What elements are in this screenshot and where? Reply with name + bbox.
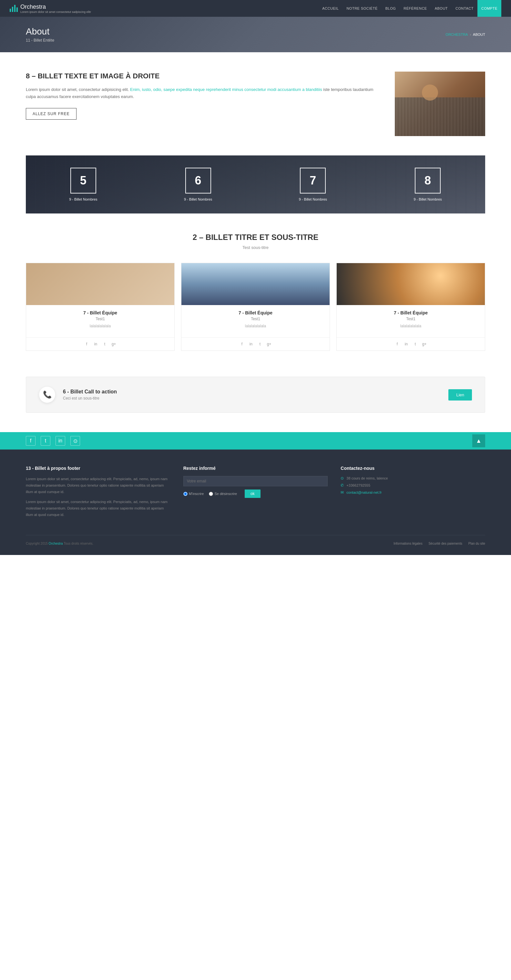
team-card-1-image [26, 263, 174, 305]
nav-compte[interactable]: COMPTE [477, 0, 501, 17]
numbers-banner: 5 9 - Billet Nombres 6 9 - Billet Nombre… [26, 156, 485, 213]
nav-links: ACCUEIL NOTRE SOCIÉTÉ BLOG RÉFÉRENCE ABO… [318, 0, 501, 17]
social-bar-linkedin-icon[interactable]: in [56, 436, 65, 445]
footer-contact-title: Contactez-nous [340, 466, 485, 471]
footer-about-text-2: Lorem ipsum dolor sit amet, consectetur … [26, 499, 171, 518]
team-3-facebook-icon[interactable]: f [394, 341, 401, 347]
inline-link[interactable]: Enim, iusto, odio, saepe expedita neque … [130, 87, 322, 92]
footer-email: ✉ contact@natural-net.fr [340, 490, 485, 495]
text-image-body: Lorem ipsum dolor sit amet, consectetur … [26, 86, 375, 100]
team-card-1-subtitle: Test1 [31, 317, 169, 321]
brand-name: Orchestra [20, 3, 91, 10]
footer-email-input[interactable] [184, 476, 328, 486]
footer-payment-link[interactable]: Sécurité des paiements [428, 542, 462, 545]
footer-col-about: 13 - Billet à propos footer Lorem ipsum … [26, 466, 171, 522]
footer-radio-unsubscribe[interactable]: Se désinscrire [209, 492, 237, 496]
team-card-2-desc: lalalalalalala [187, 324, 324, 328]
team-card-2: 7 - Billet Équipe Test1 lalalalalalala f… [181, 263, 330, 351]
hero-title: About [26, 27, 54, 37]
footer-radio-unsubscribe-input[interactable] [209, 492, 213, 496]
text-image-title: 8 – BILLET TEXTE ET IMAGE À DROITE [26, 72, 375, 81]
cta-button[interactable]: Lien [449, 389, 472, 401]
breadcrumb: ORCHESTRA › ABOUT [446, 33, 485, 37]
hero-subtitle: 11 - Billet Entête [26, 38, 54, 43]
footer-about-title: 13 - Billet à propos footer [26, 466, 171, 471]
footer-grid: 13 - Billet à propos footer Lorem ipsum … [26, 466, 485, 522]
brand-tagline: Lorem ipsum dolor sit amet consectetut s… [20, 10, 91, 14]
nav-accueil[interactable]: ACCUEIL [318, 0, 342, 17]
team-card-1-title: 7 - Billet Équipe [31, 310, 169, 315]
cta-subtitle: Ceci est un sous-titre [63, 396, 441, 401]
team-3-googleplus-icon[interactable]: g+ [421, 341, 428, 347]
cta-title: 6 - Billet Call to action [63, 389, 441, 395]
social-bar: f t in ⊙ ▲ [0, 432, 511, 450]
footer-address-text: 38 cours de reims, lalence [347, 476, 388, 480]
footer-col-newsletter: Restez informé M'inscrire Se désinscrire… [184, 466, 328, 522]
team-2-facebook-icon[interactable]: f [239, 341, 245, 347]
footer-brand: Orchestra [49, 542, 63, 545]
footer-ok-button[interactable]: ok [245, 490, 260, 498]
number-item-4: 8 9 - Billet Nombres [370, 168, 485, 201]
team-1-googleplus-icon[interactable]: g+ [111, 341, 117, 347]
team-2-googleplus-icon[interactable]: g+ [266, 341, 273, 347]
team-2-linkedin-icon[interactable]: in [248, 341, 254, 347]
team-3-twitter-icon[interactable]: t [412, 341, 419, 347]
team-card-2-subtitle: Test1 [187, 317, 324, 321]
footer-rights: Tous droits réservés. [64, 542, 93, 545]
social-bar-facebook-icon[interactable]: f [26, 436, 35, 445]
cta-phone-icon: 📞 [39, 387, 55, 403]
text-image-section: 8 – BILLET TEXTE ET IMAGE À DROITE Lorem… [0, 52, 511, 156]
number-box-4: 8 [415, 168, 441, 194]
team-1-facebook-icon[interactable]: f [84, 341, 90, 347]
team-1-twitter-icon[interactable]: t [102, 341, 108, 347]
team-card-1-desc: lalalalalalala [31, 324, 169, 328]
footer-radio-subscribe-input[interactable] [184, 492, 188, 496]
footer-radio-subscribe-label: M'inscrire [189, 492, 204, 496]
footer-phone-text: +33662792555 [347, 484, 370, 487]
number-box-3: 7 [300, 168, 326, 194]
team-1-linkedin-icon[interactable]: in [93, 341, 99, 347]
footer-email-link[interactable]: contact@natural-net.fr [347, 490, 382, 494]
breadcrumb-home[interactable]: ORCHESTRA [446, 33, 468, 37]
number-item-3: 7 9 - Billet Nombres [256, 168, 370, 201]
footer-bottom: Copyright 2015 Orchestra Tous droits rés… [26, 535, 485, 545]
hero-section: About 11 - Billet Entête ORCHESTRA › ABO… [0, 17, 511, 52]
title-section: 2 – BILLET TITRE ET SOUS-TITRE Test sous… [0, 213, 511, 263]
scroll-top-button[interactable]: ▲ [472, 434, 485, 447]
nav-contact[interactable]: CONTACT [452, 0, 477, 17]
team-card-3: 7 - Billet Équipe Test1 lalalalalalala f… [336, 263, 485, 351]
team-card-3-image [337, 263, 485, 305]
footer-legal-link[interactable]: Informations légales [393, 542, 423, 545]
number-label-3: 9 - Billet Nombres [299, 197, 327, 201]
address-icon: ⊙ [340, 476, 344, 480]
footer-radio-subscribe[interactable]: M'inscrire [184, 492, 204, 496]
footer-radio-group: M'inscrire Se désinscrire ok [184, 490, 328, 498]
social-bar-rss-icon[interactable]: ⊙ [70, 436, 80, 445]
team-card-3-subtitle: Test1 [342, 317, 480, 321]
footer-address: ⊙ 38 cours de reims, lalence [340, 476, 485, 480]
text-image-btn[interactable]: ALLEZ SUR FREE [26, 108, 77, 119]
text-image-photo [395, 72, 485, 136]
team-card-3-title: 7 - Billet Équipe [342, 310, 480, 315]
team-card-1: 7 - Billet Équipe Test1 lalalalalalala f… [26, 263, 175, 351]
nav-blog[interactable]: BLOG [382, 0, 400, 17]
brand-logo[interactable]: Orchestra Lorem ipsum dolor sit amet con… [10, 3, 91, 14]
phone-icon: ✆ [340, 483, 344, 488]
footer-links: Informations légales Sécurité des paieme… [388, 542, 485, 545]
section-title: 2 – BILLET TITRE ET SOUS-TITRE [26, 233, 485, 242]
nav-reference[interactable]: RÉFÉRENCE [400, 0, 431, 17]
nav-notre-societe[interactable]: NOTRE SOCIÉTÉ [342, 0, 381, 17]
social-bar-twitter-icon[interactable]: t [41, 436, 50, 445]
number-box-1: 5 [70, 168, 96, 194]
footer: 13 - Billet à propos footer Lorem ipsum … [0, 450, 511, 555]
number-item-1: 5 9 - Billet Nombres [26, 168, 141, 201]
team-card-2-image [181, 263, 330, 305]
footer-copyright: Copyright 2015 Orchestra Tous droits rés… [26, 542, 93, 545]
footer-sitemap-link[interactable]: Plan du site [468, 542, 485, 545]
footer-about-text-1: Lorem ipsum dolor sit amet, consectetur … [26, 476, 171, 495]
hero-background [0, 17, 511, 52]
team-2-twitter-icon[interactable]: t [257, 341, 263, 347]
team-3-linkedin-icon[interactable]: in [403, 341, 410, 347]
nav-about[interactable]: ABOUT [431, 0, 452, 17]
footer-radio-unsubscribe-label: Se désinscrire [214, 492, 237, 496]
